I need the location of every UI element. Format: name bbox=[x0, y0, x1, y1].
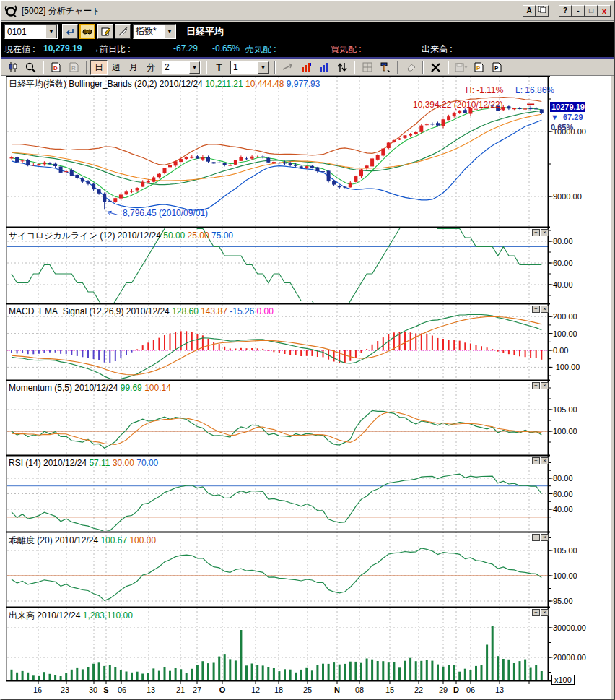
trendline-icon[interactable] bbox=[279, 60, 296, 75]
panel-close-button[interactable]: × bbox=[541, 229, 549, 236]
panel-minimize-button[interactable]: − bbox=[532, 382, 540, 389]
y-axis-label: 60.00 bbox=[553, 490, 573, 498]
y-axis-label: 80.00 bbox=[553, 237, 573, 246]
delete-x-icon[interactable] bbox=[427, 60, 444, 75]
high-annotation: H: -1.11% bbox=[466, 85, 503, 95]
x-axis-label: 12 bbox=[248, 686, 263, 694]
text-tool-button[interactable]: T bbox=[211, 60, 227, 75]
x-axis-label: 08 bbox=[352, 686, 367, 694]
y-axis-label: 60.00 bbox=[553, 259, 573, 267]
panel-close-button[interactable]: × bbox=[541, 382, 549, 389]
chevron-down-icon[interactable]: ▼ bbox=[164, 25, 175, 38]
memo-edit-icon[interactable] bbox=[97, 24, 113, 39]
panel-minimize-button[interactable]: − bbox=[532, 609, 540, 616]
panel-header-segment: -15.26 bbox=[227, 306, 254, 316]
red-bars-icon[interactable] bbox=[297, 60, 314, 75]
y-axis-label: 9000.00 bbox=[553, 192, 582, 201]
period-month-button[interactable]: 月 bbox=[125, 60, 142, 75]
svg-text:D: D bbox=[53, 65, 58, 72]
panel-header-segment: 出来高 2010/12/24 bbox=[9, 610, 83, 621]
y-axis-label: 30000.00 bbox=[553, 623, 586, 632]
volume-unit-label: x100 bbox=[551, 675, 575, 685]
symbol-code-select[interactable]: 0101▼ bbox=[4, 24, 58, 39]
category-value: 指数* bbox=[134, 25, 164, 38]
page-p1-icon[interactable]: P bbox=[471, 60, 487, 75]
panel-minimize-button[interactable]: − bbox=[532, 457, 540, 464]
panel-header-volume: 出来高 2010/12/24 1,283,110.00 bbox=[9, 610, 133, 622]
candlestick-chart-icon[interactable] bbox=[4, 60, 21, 75]
period-week-button[interactable]: 週 bbox=[108, 60, 125, 75]
y-axis-label: 200.00 bbox=[553, 312, 577, 321]
chevron-down-icon[interactable]: ▼ bbox=[258, 61, 269, 74]
panel-close-button[interactable]: × bbox=[541, 457, 549, 464]
x-axis-label: 25 bbox=[300, 686, 315, 694]
maximize-button[interactable]: □ bbox=[585, 5, 598, 17]
help-button[interactable]: ? bbox=[559, 5, 572, 17]
chevron-down-icon[interactable]: ▼ bbox=[189, 61, 200, 74]
x-axis-label: 18 bbox=[271, 686, 287, 694]
zoom-icon[interactable] bbox=[22, 60, 39, 75]
panel-minimize-button[interactable]: − bbox=[532, 534, 540, 541]
window-title: [5002] 分析チャート bbox=[22, 5, 101, 17]
x-axis-label: D bbox=[448, 686, 464, 694]
x-axis-label: 13 bbox=[143, 686, 159, 694]
eraser-icon[interactable] bbox=[402, 60, 419, 75]
quote-bar: 0101▼ 指数*▼ 日経平均 bbox=[1, 22, 614, 41]
chevron-down-icon[interactable]: ▼ bbox=[45, 25, 57, 38]
panel-header-segment: 143.87 bbox=[199, 306, 227, 316]
panel-header-segment: 100.00 bbox=[127, 535, 156, 545]
enter-button[interactable] bbox=[62, 24, 78, 39]
page-default-icon[interactable]: D bbox=[48, 60, 64, 75]
panel-minimize-button[interactable]: − bbox=[532, 229, 540, 236]
panel-header-segment: 1,283,110.00 bbox=[83, 610, 133, 621]
symbol-search-icon[interactable] bbox=[79, 24, 95, 39]
panel-header-segment: 日経平均(指数) Bollinger_Bands (20,2) 2010/12/… bbox=[9, 79, 205, 89]
panel-close-button[interactable]: × bbox=[541, 306, 549, 313]
bar-count-select[interactable]: 2▼ bbox=[162, 61, 201, 74]
volume-label: 出来高 : bbox=[422, 43, 453, 56]
copy-window-button[interactable] bbox=[536, 5, 549, 17]
panel-header-rsi: RSI (14) 2010/12/24 57.11 30.00 70.00 bbox=[9, 458, 158, 468]
x-axis-label: 27 bbox=[189, 686, 205, 694]
x-axis-label: N bbox=[329, 686, 345, 694]
current-price-tag: 10279.19 bbox=[550, 102, 585, 112]
y-axis-label: -100.00 bbox=[553, 363, 580, 371]
sort-updown-icon[interactable] bbox=[333, 60, 350, 75]
panel-close-button[interactable]: × bbox=[541, 609, 549, 616]
period-day-button[interactable]: 日 bbox=[90, 60, 108, 75]
panel-header-segment: 25.00 bbox=[185, 230, 209, 241]
low-annotation: L: 16.86% bbox=[515, 85, 554, 95]
panel-minimize-button[interactable]: − bbox=[532, 306, 540, 313]
y-axis-label: 95.00 bbox=[553, 597, 573, 605]
grid-icon[interactable] bbox=[359, 60, 375, 75]
font-button[interactable]: A bbox=[523, 5, 536, 17]
panel-header-segment: 57.11 bbox=[89, 458, 110, 468]
save-dropdown-icon[interactable] bbox=[453, 60, 469, 75]
page-p2-icon[interactable]: P bbox=[489, 60, 505, 75]
y-axis-label: 20000.00 bbox=[553, 653, 586, 662]
chart-area[interactable]: 日経平均(指数) Bollinger_Bands (20,2) 2010/12/… bbox=[1, 76, 615, 700]
line-width-value: 1 bbox=[231, 62, 258, 72]
panel-header-segment: 9,977.93 bbox=[284, 79, 320, 89]
blue-bars-icon[interactable] bbox=[315, 60, 332, 75]
svg-text:P: P bbox=[494, 65, 499, 72]
current-price-label: 現在値 : bbox=[4, 43, 35, 56]
close-button[interactable]: x bbox=[598, 5, 611, 17]
category-select[interactable]: 指数*▼ bbox=[133, 24, 176, 39]
x-axis-label: 23 bbox=[57, 686, 73, 694]
minimize-button[interactable]: - bbox=[572, 5, 585, 17]
pen-disabled-icon[interactable] bbox=[115, 24, 131, 39]
panel-header-segment: 75.00 bbox=[209, 230, 233, 241]
line-width-select[interactable]: 1▼ bbox=[230, 61, 269, 74]
panel-header-segment: 99.69 bbox=[121, 383, 142, 393]
change-label: →前日比 : bbox=[91, 43, 131, 56]
panel-header-price: 日経平均(指数) Bollinger_Bands (20,2) 2010/12/… bbox=[9, 78, 320, 90]
vertical-scrollbar[interactable] bbox=[611, 76, 615, 700]
period-minute-button[interactable]: 分 bbox=[142, 60, 160, 75]
x-axis-label: 22 bbox=[411, 686, 427, 694]
y-axis-label: 100.00 bbox=[553, 571, 577, 580]
panel-close-button[interactable]: × bbox=[541, 534, 549, 541]
settings-hammer-icon[interactable] bbox=[377, 60, 393, 75]
x-axis-label: 06 bbox=[114, 686, 130, 694]
page-restore-icon[interactable]: R bbox=[66, 60, 82, 75]
